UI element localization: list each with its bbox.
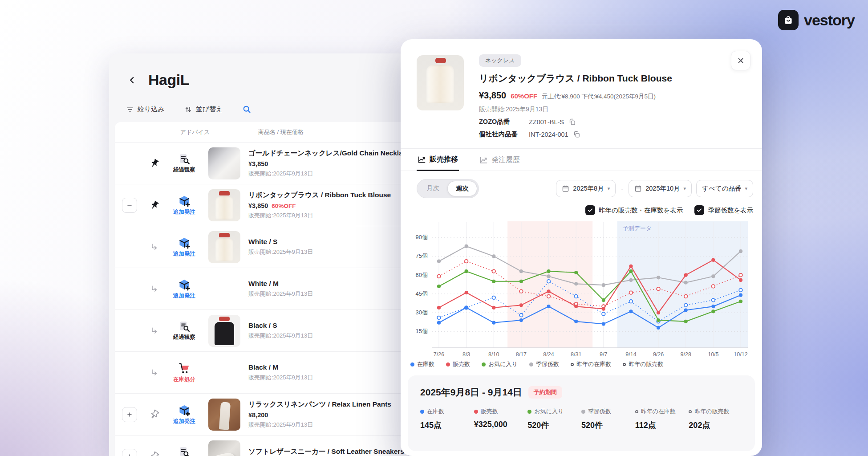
svg-text:10/12: 10/12	[734, 351, 747, 358]
toggle-weekly[interactable]: 週次	[447, 181, 477, 196]
price-note: 元上代:¥8,900 下代:¥4,450(2025年9月5日)	[542, 93, 656, 101]
stat-dot	[581, 410, 585, 414]
legend-dot	[410, 362, 414, 366]
stats-period: 2025年9月8日 - 9月14日	[420, 386, 522, 399]
back-button[interactable]	[126, 74, 138, 86]
advice-reorder: 追加発注	[165, 404, 204, 425]
sale-start-date: 販売開始:2025年9月13日	[248, 332, 408, 340]
svg-text:予測データ: 予測データ	[623, 225, 652, 232]
product-thumbnail	[208, 315, 240, 347]
table-row[interactable]: 追加発注 リボンタックブラウス / Ribbon Tuck Blouse ¥3,…	[115, 184, 408, 226]
variant-title: White / S	[248, 238, 408, 246]
trend-chart-icon	[418, 155, 426, 164]
advice-reorder: 追加発注	[165, 236, 204, 258]
svg-text:15個: 15個	[416, 328, 428, 334]
filter-icon	[126, 106, 134, 114]
svg-text:8/3: 8/3	[462, 351, 470, 358]
stat-dot	[420, 410, 424, 414]
svg-text:90個: 90個	[416, 234, 428, 240]
product-detail-modal: ネックレス リボンタックブラウス / Ribbon Tuck Blouse ¥3…	[401, 39, 762, 456]
product-title: リボンタックブラウス / Ribbon Tuck Blouse	[248, 191, 408, 200]
table-row[interactable]: 追加発注 リラックスリネンパンツ / Relax Linen Pants ¥8,…	[115, 394, 408, 436]
checkbox-seasonal[interactable]: 季節係数を表示	[694, 205, 753, 215]
filter-button[interactable]: 絞り込み	[126, 105, 165, 114]
column-header-advice: アドバイス	[115, 128, 226, 136]
table-row[interactable]: 経過観察 Black / S 販売開始:2025年9月13日	[115, 310, 408, 352]
detail-tabs: 販売推移 発注履歴	[401, 149, 762, 171]
product-image	[417, 55, 464, 110]
logo-wordmark: vestory	[804, 12, 855, 29]
product-title: ソフトレザースニーカー / Soft Leather Sneakers	[248, 447, 408, 456]
svg-text:7/26: 7/26	[434, 351, 444, 358]
pin-outline-icon[interactable]	[144, 452, 165, 456]
svg-text:45個: 45個	[416, 290, 428, 297]
svg-text:8/31: 8/31	[571, 351, 581, 358]
svg-text:9/7: 9/7	[600, 351, 607, 358]
table-row[interactable]: 経過観察 ソフトレザースニーカー / Soft Leather Sneakers…	[115, 436, 408, 456]
svg-text:8/17: 8/17	[516, 351, 527, 358]
clearance-cart-icon	[178, 362, 191, 375]
search-button[interactable]	[242, 105, 251, 114]
watch-icon	[178, 446, 190, 456]
table-row[interactable]: 経過観察 ゴールドチェーンネックレス/Gold Chain Necklace ¥…	[115, 142, 408, 184]
table-row[interactable]: 追加発注 White / M 販売開始:2025年9月13日	[115, 268, 408, 310]
chevron-down-icon: ▾	[745, 186, 747, 191]
child-arrow-icon	[144, 326, 165, 335]
product-list-panel: HagiL 絞り込み 並び替え アドバイス 商品名 / 現在価格 経過観察	[109, 53, 408, 456]
discount-badge: 60%OFF	[511, 92, 537, 100]
stat-ring	[689, 410, 692, 413]
zozo-code-label: ZOZO品番	[479, 118, 529, 126]
sale-start-date: 販売開始:2025年9月13日	[248, 170, 408, 178]
sort-button[interactable]: 並び替え	[184, 105, 223, 114]
svg-text:8/10: 8/10	[488, 351, 499, 358]
collapse-button[interactable]	[122, 198, 137, 213]
sales-trend-chart: 15個30個45個60個75個90個7/268/38/108/178/248/3…	[408, 218, 756, 359]
sale-start-date: 販売開始:2025年9月13日	[248, 212, 408, 220]
advice-watch: 経過観察	[165, 446, 204, 456]
svg-text:10/5: 10/5	[708, 351, 718, 358]
product-thumbnail	[208, 440, 240, 456]
copy-icon[interactable]	[573, 130, 580, 138]
tab-order-history[interactable]: 発注履歴	[479, 149, 521, 171]
checkbox-last-year[interactable]: 昨年の販売数・在庫数を表示	[585, 205, 683, 215]
sort-icon	[184, 106, 192, 114]
product-thumbnail	[208, 189, 240, 221]
svg-text:9/14: 9/14	[625, 351, 636, 358]
advice-watch: 経過観察	[165, 321, 204, 341]
weekly-stats-card: 2025年9月8日 - 9月14日 予約期間 在庫数145点 販売数¥325,0…	[408, 375, 755, 451]
watch-icon	[178, 153, 190, 165]
product-thumbnail	[208, 231, 240, 263]
sale-start-date: 販売開始:2025年9月13日	[248, 290, 408, 298]
toggle-monthly[interactable]: 月次	[418, 181, 447, 196]
legend-ring	[571, 363, 574, 366]
sale-start-date: 販売開始:2025年9月13日	[248, 421, 408, 429]
sku-filter-select[interactable]: すべての品番 ▾	[696, 180, 753, 197]
legend-dot	[529, 362, 533, 366]
table-row[interactable]: 在庫処分 Black / M 販売開始:2025年9月13日	[115, 352, 408, 394]
page-title: HagiL	[148, 71, 189, 89]
close-button[interactable]	[731, 51, 750, 70]
pin-outline-icon[interactable]	[144, 410, 165, 419]
search-icon	[242, 105, 251, 114]
current-price: ¥3,850	[479, 90, 506, 101]
stat-dot	[527, 410, 531, 414]
pin-icon[interactable]	[144, 200, 165, 210]
legend-ring	[623, 363, 626, 366]
table-row[interactable]: 追加発注 White / S 販売開始:2025年9月13日	[115, 226, 408, 268]
chart-legend: 在庫数 販売数 お気に入り 季節係数 昨年の在庫数 昨年の販売数	[401, 360, 762, 368]
tab-sales-trend[interactable]: 販売推移	[417, 149, 459, 171]
sale-start-date: 販売開始:2025年9月13日	[248, 374, 408, 382]
date-to-select[interactable]: 2025年10月 ▾	[629, 180, 692, 197]
expand-button[interactable]	[122, 407, 137, 422]
reorder-cube-icon	[178, 404, 191, 416]
expand-button[interactable]	[122, 449, 137, 456]
internal-code-value: INT-2024-001	[529, 131, 568, 138]
pin-icon[interactable]	[144, 159, 165, 168]
trend-chart-icon	[479, 156, 488, 164]
date-from-select[interactable]: 2025年8月 ▾	[556, 180, 616, 197]
svg-text:9/28: 9/28	[681, 351, 691, 358]
svg-text:8/24: 8/24	[543, 351, 554, 358]
column-header-name: 商品名 / 現在価格	[226, 128, 304, 136]
copy-icon[interactable]	[568, 118, 576, 126]
shopping-bag-icon	[778, 10, 799, 30]
